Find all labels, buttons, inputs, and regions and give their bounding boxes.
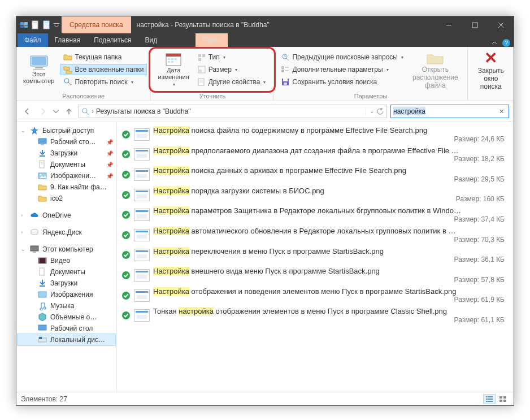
nav-pc-item[interactable]: Локальный дис…: [18, 334, 115, 345]
nav-pc-item[interactable]: Видео: [18, 255, 115, 266]
qat-newfolder-icon[interactable]: [42, 20, 51, 29]
refresh-icon[interactable]: [376, 107, 384, 115]
nav-forward-button[interactable]: [37, 105, 49, 118]
chevron-down-icon: ▾: [173, 82, 175, 87]
tab-home[interactable]: Главная: [48, 33, 88, 47]
results-pane[interactable]: Настройка поиска файла по содержимому в …: [117, 122, 514, 392]
svg-rect-11: [472, 23, 477, 28]
result-row[interactable]: Настройка предполагаемого диапазона дат …: [118, 145, 512, 164]
nav-yandex-disk[interactable]: ›Яндекс.Диск: [18, 227, 115, 238]
ribbon-tabs: Файл Главная Поделиться Вид Поиск ?: [16, 33, 514, 47]
other-props-button[interactable]: Другие свойства▾: [194, 76, 270, 88]
svg-rect-60: [40, 268, 44, 275]
nav-quick-item[interactable]: Изображени…📌: [18, 170, 115, 181]
tab-share[interactable]: Поделиться: [87, 33, 138, 47]
nav-up-button[interactable]: [63, 105, 75, 118]
nav-quick-item[interactable]: Документы📌: [18, 159, 115, 170]
context-tab: Средства поиска: [62, 16, 131, 33]
result-row[interactable]: Настройка поиска файла по содержимому в …: [118, 125, 512, 144]
folder-icon: [63, 53, 72, 62]
breadcrumb-segment[interactable]: Результаты поиска в "Buddha": [96, 107, 191, 115]
pin-icon: 📌: [106, 162, 113, 168]
search-again-button[interactable]: Повторить поиск ▾: [60, 76, 147, 88]
svg-rect-5: [33, 22, 37, 23]
svg-rect-57: [38, 258, 46, 263]
result-row[interactable]: Настройка параметров Защитника в Редакто…: [118, 205, 512, 224]
all-subfolders-button[interactable]: Все вложенные папки: [60, 64, 147, 75]
chevron-down-icon[interactable]: ⌄: [370, 108, 374, 114]
details-view-button[interactable]: [483, 394, 496, 404]
nav-pc-item[interactable]: Изображения: [18, 289, 115, 300]
recent-searches-button[interactable]: Предыдущие поисковые запросы▾: [277, 51, 407, 63]
result-filename: Настройка переключения в меню Пуск в про…: [153, 247, 509, 256]
type-button[interactable]: Тип▾: [194, 51, 270, 63]
navigation-pane[interactable]: ⌄ Быстрый доступ Рабочий сто…📌 Загрузки📌…: [16, 122, 117, 392]
current-folder-button[interactable]: Текущая папка: [60, 51, 147, 63]
file-thumbnail: [134, 209, 150, 221]
result-row[interactable]: Настройка автоматического обновления в Р…: [118, 226, 512, 245]
tab-search[interactable]: Поиск: [196, 33, 228, 47]
expander-icon[interactable]: ⌄: [21, 128, 27, 133]
nav-recent-button[interactable]: [53, 105, 59, 118]
date-modified-button[interactable]: Дата изменения ▾: [155, 51, 191, 89]
result-size: Размер: 29,5 КБ: [454, 175, 509, 183]
close-button[interactable]: [488, 16, 514, 33]
nav-quick-item[interactable]: Загрузки📌: [18, 148, 115, 159]
pin-icon: 📌: [106, 150, 113, 157]
nav-quick-item[interactable]: 9. Как найти фа…: [18, 181, 115, 193]
result-row[interactable]: Настройка внешнего вида меню Пуск в прог…: [118, 266, 512, 285]
svg-rect-81: [488, 401, 493, 402]
pin-icon: 📌: [106, 139, 113, 145]
address-bar[interactable]: › Результаты поиска в "Buddha" ⌄: [79, 105, 387, 118]
result-row[interactable]: Настройка переключения в меню Пуск в про…: [118, 246, 512, 265]
nav-this-pc[interactable]: ⌄Этот компьютер: [18, 244, 115, 255]
nav-quick-access[interactable]: ⌄ Быстрый доступ: [18, 125, 115, 136]
svg-rect-63: [38, 325, 46, 330]
result-row[interactable]: Настройка поиска данных в архивах в прог…: [118, 165, 512, 184]
this-pc-scope-button[interactable]: Этот компьютер: [20, 53, 58, 86]
nav-pc-item[interactable]: Документы: [18, 266, 115, 278]
nav-pc-item[interactable]: Объемные о…: [18, 311, 115, 323]
result-row[interactable]: Тонкая настройка отображения элементов в…: [118, 306, 512, 325]
window-title: настройка - Результаты поиска в "Buddha": [131, 16, 436, 33]
result-filename: Настройка внешнего вида меню Пуск в прог…: [153, 267, 509, 276]
nav-back-button[interactable]: [21, 105, 33, 118]
file-thumbnail: [134, 269, 150, 282]
nav-pc-item[interactable]: Музыка: [18, 300, 115, 311]
collapse-ribbon-icon[interactable]: [491, 40, 498, 46]
search-input[interactable]: настройка ×: [390, 105, 509, 118]
props-icon: [197, 77, 206, 86]
svg-rect-46: [38, 138, 46, 144]
tab-file[interactable]: Файл: [18, 33, 48, 47]
help-icon[interactable]: ?: [502, 39, 510, 47]
nav-pc-item[interactable]: Рабочий стол: [18, 323, 115, 334]
synced-check-icon: [121, 311, 131, 320]
computer-icon: [30, 245, 39, 254]
qat-customize-icon[interactable]: [54, 22, 59, 28]
svg-rect-78: [486, 399, 488, 400]
nav-onedrive[interactable]: ›OneDrive: [18, 210, 115, 221]
nav-quick-item[interactable]: ico2: [18, 193, 115, 204]
result-filename: Настройка поиска данных в архивах в прог…: [153, 166, 509, 175]
svg-rect-6: [33, 24, 37, 24]
maximize-button[interactable]: [462, 16, 488, 33]
save-search-button[interactable]: Сохранить условия поиска: [277, 76, 407, 88]
qat-properties-icon[interactable]: [31, 20, 40, 29]
drive-icon: [38, 335, 47, 344]
tab-view[interactable]: Вид: [138, 33, 164, 47]
downloads-icon: [38, 279, 47, 288]
result-row[interactable]: Настройка отображения и поведения элемен…: [118, 286, 512, 305]
advanced-options-button[interactable]: Дополнительные параметры▾: [277, 64, 407, 75]
close-search-button[interactable]: ✕ Закрыть окно поиска: [471, 48, 511, 90]
nav-quick-item[interactable]: Рабочий сто…📌: [18, 136, 115, 148]
thumbnails-view-button[interactable]: [497, 394, 509, 404]
minimize-button[interactable]: [436, 16, 462, 33]
result-row[interactable]: Настройка порядка загрузки системы в БИО…: [118, 185, 512, 205]
result-filename: Настройка отображения и поведения элемен…: [153, 287, 509, 296]
open-location-button[interactable]: Открыть расположение файла: [407, 49, 464, 89]
size-button[interactable]: Размер▾: [194, 64, 270, 75]
nav-pc-item[interactable]: Загрузки: [18, 278, 115, 289]
svg-rect-79: [488, 399, 493, 400]
pictures-icon: [38, 171, 47, 180]
clear-search-icon[interactable]: ×: [497, 107, 506, 116]
